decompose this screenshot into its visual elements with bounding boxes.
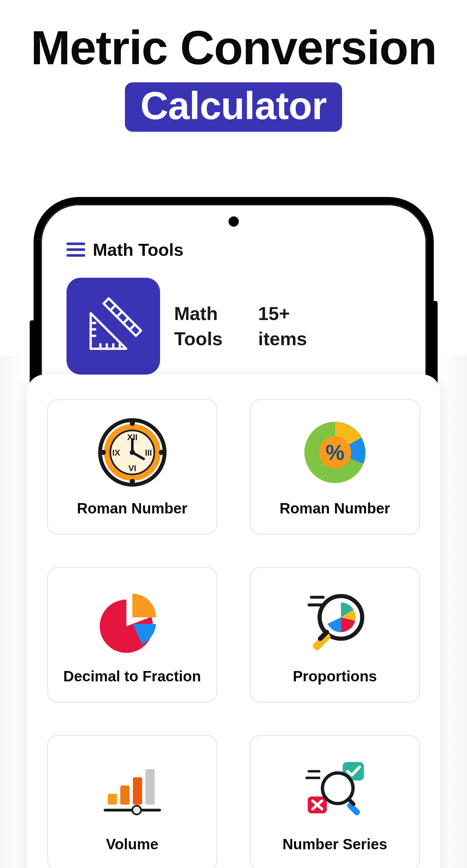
svg-point-6 bbox=[130, 479, 135, 484]
pie-chart-icon bbox=[97, 585, 168, 656]
tool-card-decimal-to-fraction[interactable]: Decimal to Fraction bbox=[47, 567, 218, 703]
svg-point-28 bbox=[132, 806, 141, 814]
promo-hero: Metric Conversion Calculator bbox=[0, 0, 467, 132]
math-tools-section-icon bbox=[66, 278, 160, 375]
phone-camera-icon bbox=[229, 216, 239, 227]
svg-text:IX: IX bbox=[112, 448, 120, 458]
tool-card-roman-number[interactable]: XII III VI IX Roman Number bbox=[47, 399, 218, 535]
section-labels: Math Tools 15+ items bbox=[174, 301, 307, 352]
tool-card-proportions[interactable]: Proportions bbox=[250, 567, 420, 703]
tool-card-roman-number-2[interactable]: % Roman Number bbox=[250, 399, 420, 535]
section-name-line1: Math bbox=[174, 301, 223, 326]
promo-title: Metric Conversion bbox=[0, 23, 467, 73]
svg-point-5 bbox=[159, 450, 164, 455]
svg-rect-23 bbox=[107, 794, 117, 805]
svg-rect-25 bbox=[133, 777, 142, 805]
tool-card-volume[interactable]: Volume bbox=[47, 735, 218, 868]
check-x-magnifier-icon bbox=[300, 753, 370, 824]
svg-text:%: % bbox=[325, 440, 344, 464]
svg-rect-26 bbox=[145, 769, 155, 805]
page-title: Math Tools bbox=[93, 240, 184, 259]
section-name-line2: Tools bbox=[174, 326, 223, 351]
tool-card-number-series[interactable]: Number Series bbox=[250, 735, 420, 868]
tool-card-label: Number Series bbox=[282, 835, 387, 853]
svg-text:III: III bbox=[145, 448, 152, 458]
tool-card-label: Roman Number bbox=[279, 500, 390, 517]
tools-grid: XII III VI IX Roman Number % Roman Numbe… bbox=[27, 375, 440, 868]
svg-point-4 bbox=[130, 421, 135, 426]
section-count-line2: items bbox=[258, 326, 307, 351]
phone-volume-button bbox=[30, 320, 34, 385]
svg-point-7 bbox=[101, 450, 106, 455]
tool-card-label: Decimal to Fraction bbox=[63, 668, 201, 685]
tool-card-label: Roman Number bbox=[77, 500, 187, 517]
bar-slider-icon bbox=[97, 753, 168, 824]
promo-badge: Calculator bbox=[125, 82, 342, 132]
phone-power-button bbox=[434, 301, 438, 385]
section-count-line1: 15+ bbox=[258, 301, 307, 326]
app-header: Math Tools bbox=[41, 204, 427, 259]
section-info: Math Tools 15+ items bbox=[41, 259, 427, 375]
svg-text:VI: VI bbox=[128, 463, 136, 473]
clock-roman-icon: XII III VI IX bbox=[97, 417, 168, 488]
ruler-triangle-icon bbox=[81, 294, 145, 359]
svg-rect-24 bbox=[120, 786, 129, 805]
percent-pie-icon: % bbox=[300, 417, 370, 488]
tool-card-label: Proportions bbox=[293, 668, 377, 685]
hamburger-menu-icon[interactable] bbox=[66, 243, 85, 257]
tool-card-label: Volume bbox=[106, 835, 159, 853]
magnifier-pie-icon bbox=[300, 585, 370, 656]
